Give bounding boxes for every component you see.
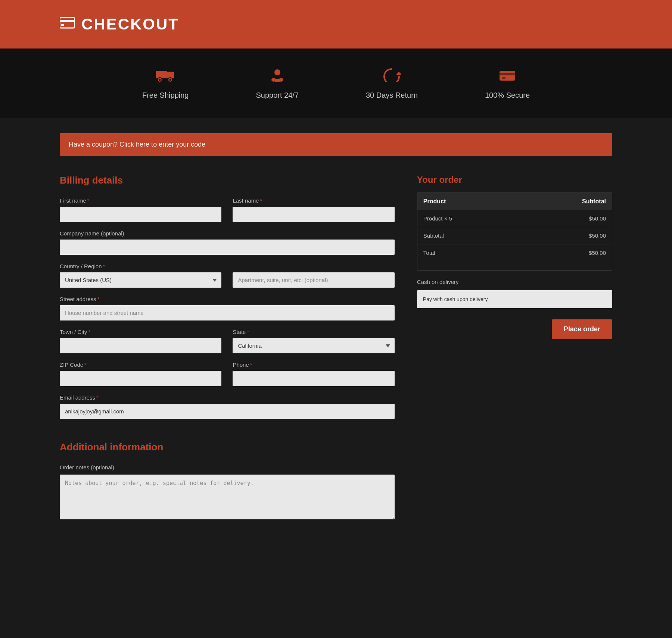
coupon-bar[interactable]: Have a coupon? Click here to enter your …: [60, 133, 612, 156]
city-input[interactable]: [60, 338, 221, 353]
return-label: 30 Days Return: [366, 91, 418, 100]
company-label: Company name (optional): [60, 230, 395, 237]
feature-secure: 100% Secure: [485, 67, 530, 100]
svg-rect-2: [61, 24, 64, 26]
table-row: Total $50.00: [417, 244, 612, 262]
svg-marker-13: [396, 72, 401, 75]
svg-point-9: [274, 69, 280, 75]
order-notes-textarea[interactable]: [60, 475, 395, 519]
street-label: Street address*: [60, 296, 395, 302]
svg-rect-0: [60, 18, 75, 28]
place-order-button[interactable]: Place order: [552, 319, 612, 339]
order-title: Your order: [417, 175, 612, 185]
phone-group: Phone*: [233, 362, 394, 386]
order-notes-label: Order notes (optional): [60, 464, 114, 470]
company-row: Company name (optional): [60, 230, 395, 255]
zip-group: ZIP Code*: [60, 362, 221, 386]
order-table: Product Subtotal Product × 5 $50.00 Subt…: [417, 193, 612, 261]
apartment-input[interactable]: [233, 272, 394, 288]
secure-icon: [498, 67, 517, 86]
svg-rect-14: [500, 71, 515, 81]
order-section: Your order Product Subtotal Product × 5 …: [417, 175, 612, 521]
row-subtotal-label: Subtotal: [417, 227, 521, 244]
svg-point-12: [279, 78, 283, 82]
last-name-input[interactable]: [233, 207, 394, 222]
phone-label: Phone*: [233, 362, 394, 368]
support-icon: [268, 67, 287, 86]
coupon-text: Have a coupon? Click here to enter your …: [69, 141, 205, 148]
payment-section: Cash on delivery Pay with cash upon deli…: [417, 279, 612, 308]
table-row: Subtotal $50.00: [417, 227, 612, 244]
country-row: Country / Region* United States (US): [60, 263, 395, 288]
email-group: Email address*: [60, 394, 395, 419]
apartment-group: [233, 263, 394, 288]
row-subtotal-value: $50.00: [521, 227, 612, 244]
company-group: Company name (optional): [60, 230, 395, 255]
company-input[interactable]: [60, 240, 395, 255]
secure-label: 100% Secure: [485, 91, 530, 100]
svg-point-8: [169, 79, 171, 81]
checkout-icon: [60, 17, 75, 32]
zip-input[interactable]: [60, 371, 221, 386]
country-group: Country / Region* United States (US): [60, 263, 221, 288]
first-name-group: First name*: [60, 197, 221, 222]
row-product-value: $50.00: [521, 210, 612, 227]
phone-input[interactable]: [233, 371, 394, 386]
svg-point-7: [159, 79, 161, 81]
street-row: Street address*: [60, 296, 395, 320]
row-product-label: Product × 5: [417, 210, 521, 227]
svg-rect-1: [60, 20, 75, 22]
last-name-label: Last name*: [233, 197, 394, 204]
city-group: Town / City*: [60, 329, 221, 353]
last-name-group: Last name*: [233, 197, 394, 222]
apartment-label: [233, 263, 394, 269]
svg-rect-15: [500, 73, 515, 75]
billing-section: Billing details First name* Last name* C…: [60, 175, 395, 521]
page-title: CHECKOUT: [81, 15, 179, 33]
svg-rect-16: [502, 77, 505, 79]
order-table-wrapper: Product Subtotal Product × 5 $50.00 Subt…: [417, 193, 612, 270]
row-total-label: Total: [417, 244, 521, 262]
zip-label: ZIP Code*: [60, 362, 221, 368]
street-input[interactable]: [60, 305, 395, 320]
svg-rect-3: [156, 71, 167, 78]
zip-phone-row: ZIP Code* Phone*: [60, 362, 395, 386]
email-label: Email address*: [60, 394, 395, 401]
features-bar: Free Shipping Support 24/7 30 Days Retur…: [0, 49, 672, 118]
name-row: First name* Last name*: [60, 197, 395, 222]
truck-icon: [156, 67, 175, 86]
payment-label: Cash on delivery: [417, 279, 612, 285]
street-group: Street address*: [60, 296, 395, 320]
table-row: Product × 5 $50.00: [417, 210, 612, 227]
first-name-input[interactable]: [60, 207, 221, 222]
main-content: Billing details First name* Last name* C…: [0, 175, 672, 551]
payment-description: Pay with cash upon delivery.: [423, 296, 606, 302]
state-select[interactable]: California: [233, 338, 394, 353]
feature-free-shipping: Free Shipping: [142, 67, 189, 100]
email-input[interactable]: [60, 404, 395, 419]
country-select[interactable]: United States (US): [60, 272, 221, 288]
city-label: Town / City*: [60, 329, 221, 335]
city-state-row: Town / City* State* California: [60, 329, 395, 353]
product-col-header: Product: [417, 193, 521, 210]
country-label: Country / Region*: [60, 263, 221, 269]
free-shipping-label: Free Shipping: [142, 91, 189, 100]
return-icon: [382, 67, 401, 86]
subtotal-col-header: Subtotal: [521, 193, 612, 210]
state-label: State*: [233, 329, 394, 335]
additional-title: Additional information: [60, 441, 395, 453]
additional-section: Additional information Order notes (opti…: [60, 441, 395, 521]
header: CHECKOUT: [0, 0, 672, 49]
feature-return: 30 Days Return: [366, 67, 418, 100]
first-name-label: First name*: [60, 197, 221, 204]
state-group: State* California: [233, 329, 394, 353]
feature-support: Support 24/7: [256, 67, 299, 100]
email-row: Email address*: [60, 394, 395, 419]
row-total-value: $50.00: [521, 244, 612, 262]
payment-description-box: Pay with cash upon delivery.: [417, 290, 612, 308]
billing-title: Billing details: [60, 175, 395, 186]
support-label: Support 24/7: [256, 91, 299, 100]
